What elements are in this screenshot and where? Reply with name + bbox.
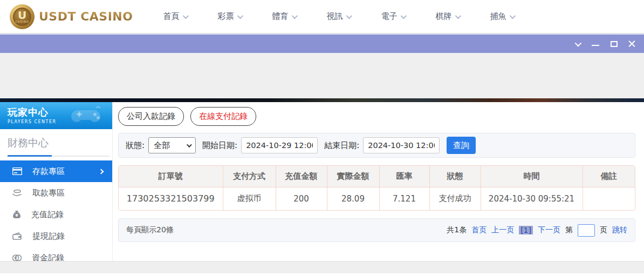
logo-mini-text: CASINO <box>15 20 29 23</box>
end-date-input[interactable] <box>363 137 440 153</box>
wallet-icon <box>12 232 22 240</box>
select-chevron-icon <box>187 142 192 147</box>
nav-item-label: 彩票 <box>217 11 234 22</box>
nav-item-board-games[interactable]: 棋牌 <box>435 11 460 22</box>
nav-item-fishing[interactable]: 捕魚 <box>490 11 514 22</box>
jump-suffix-text: 页 <box>600 225 607 235</box>
sidebar-item-withdrawal-records[interactable]: 提現記錄 <box>0 225 112 247</box>
nav-item-label: 體育 <box>272 11 288 22</box>
nav-item-sports[interactable]: 體育 <box>272 11 296 22</box>
svg-text:¥: ¥ <box>15 256 17 260</box>
sidebar: 玩家中心 PLAYERS CENTER 財務中心 <box>0 102 113 261</box>
tab-online-payment-records[interactable]: 在線支付記錄 <box>190 107 256 126</box>
pagination-current-page[interactable]: [1] <box>519 226 533 234</box>
records-table-wrap: 訂單號 支付方式 充值金額 實際金額 匯率 狀態 時間 備註 173025332 <box>118 165 635 211</box>
main-menu: 首頁 彩票 體育 視訊 電子 棋牌 <box>163 11 514 22</box>
search-button[interactable]: 查詢 <box>447 137 476 154</box>
pagination-jump-button[interactable]: 跳转 <box>612 225 627 235</box>
tab-company-deposit-records[interactable]: 公司入款記錄 <box>118 107 184 126</box>
nav-item-home[interactable]: 首頁 <box>163 11 187 22</box>
cell-exchange-rate: 7.121 <box>379 187 429 210</box>
svg-text:¥: ¥ <box>16 213 18 218</box>
total-count-text: 共1条 <box>447 225 467 235</box>
chevron-down-icon <box>574 39 581 46</box>
cell-actual-amount: 28.09 <box>327 187 379 210</box>
funds-icon: ¥ <box>12 254 22 261</box>
collapse-chevron-icon[interactable] <box>573 39 581 48</box>
cell-recharge-amount: 200 <box>276 187 327 210</box>
start-date-label: 開始日期: <box>202 140 237 151</box>
main-panel: 公司入款記錄 在線支付記錄 狀態: 全部 開始日期: 結束日期: 查詢 <box>113 102 644 261</box>
nav-item-label: 棋牌 <box>435 11 451 22</box>
section-underline <box>8 156 109 157</box>
col-header-order-number: 訂單號 <box>119 166 223 187</box>
page-jump-input[interactable] <box>578 224 595 237</box>
sidebar-header: 玩家中心 PLAYERS CENTER <box>0 102 112 129</box>
banner-bottom-strip <box>0 98 644 102</box>
close-icon[interactable] <box>628 39 636 48</box>
col-header-remark: 備註 <box>583 166 635 187</box>
col-header-exchange-rate: 匯率 <box>379 166 429 187</box>
chevron-right-icon <box>99 169 104 174</box>
banner-placeholder <box>0 53 644 98</box>
sidebar-item-withdraw-zone[interactable]: 取款專區 <box>0 182 112 204</box>
sidebar-section: 財務中心 <box>0 129 112 157</box>
chevron-down-icon <box>346 12 352 18</box>
cell-payment-method: 虚拟币 <box>223 187 276 210</box>
logo[interactable]: U CASINO USDT CASINO <box>10 4 133 29</box>
page-size-text: 每頁顯示20條 <box>126 225 174 235</box>
col-header-actual-amount: 實際金額 <box>327 166 379 187</box>
jump-prefix-text: 第 <box>565 225 573 235</box>
status-label: 狀態: <box>126 140 145 151</box>
page: U CASINO USDT CASINO 首頁 彩票 體育 視訊 <box>0 0 644 275</box>
nav-item-label: 視訊 <box>326 11 342 22</box>
minimize-icon[interactable] <box>591 39 600 48</box>
sidebar-item-deposit-zone[interactable]: 存款專區 <box>0 160 112 182</box>
maximize-icon[interactable] <box>609 39 618 48</box>
sidebar-item-label: 取款專區 <box>32 188 65 198</box>
cell-remark <box>583 187 635 210</box>
deposit-card-icon <box>12 167 22 175</box>
nav-item-label: 首頁 <box>163 11 179 22</box>
record-tabs: 公司入款記錄 在線支付記錄 <box>118 107 635 126</box>
window-controls <box>573 39 636 48</box>
pagination-bar: 每頁顯示20條 共1条 首页 上一页 [1] 下一页 第 页 跳转 <box>118 218 635 242</box>
records-table: 訂單號 支付方式 充值金額 實際金額 匯率 狀態 時間 備註 173025332 <box>119 166 635 210</box>
sidebar-item-funds-records[interactable]: ¥ 資金記錄 <box>0 247 112 261</box>
sidebar-item-label: 存款專區 <box>32 166 65 177</box>
sidebar-item-label: 資金記錄 <box>32 253 64 261</box>
pagination-next[interactable]: 下一页 <box>538 225 560 235</box>
col-header-payment-method: 支付方式 <box>223 166 276 187</box>
nav-item-live-video[interactable]: 視訊 <box>326 11 351 22</box>
filter-bar: 狀態: 全部 開始日期: 結束日期: 查詢 <box>118 133 635 158</box>
maximize-square <box>611 41 618 47</box>
logo-letter: U <box>18 10 26 20</box>
col-header-recharge-amount: 充值金額 <box>276 166 327 187</box>
table-row: 1730253321503799 虚拟币 200 28.09 7.121 支付成… <box>119 187 635 210</box>
pagination-prev[interactable]: 上一页 <box>491 225 514 235</box>
sidebar-section-title: 財務中心 <box>8 137 49 149</box>
col-header-status: 狀態 <box>429 166 481 187</box>
window-titlebar <box>0 35 644 53</box>
nav-item-slots[interactable]: 電子 <box>381 11 405 22</box>
chevron-down-icon <box>455 12 461 18</box>
sidebar-item-recharge-records[interactable]: ¥ 充值記錄 <box>0 204 112 225</box>
minimize-bar <box>592 45 599 46</box>
footer-strip <box>0 261 644 273</box>
logo-icon: U CASINO <box>10 4 35 29</box>
cell-order-number: 1730253321503799 <box>119 187 223 210</box>
sidebar-item-label: 充值記錄 <box>31 210 64 220</box>
logo-text: USDT CASINO <box>39 10 133 23</box>
start-date-input[interactable] <box>241 137 318 153</box>
nav-item-label: 捕魚 <box>490 11 506 22</box>
cell-status: 支付成功 <box>429 187 481 210</box>
nav-item-lottery[interactable]: 彩票 <box>217 11 242 22</box>
sidebar-item-label: 提現記錄 <box>32 231 65 242</box>
chevron-down-icon <box>292 12 298 18</box>
pagination-first[interactable]: 首页 <box>471 225 487 235</box>
cell-time: 2024-10-30 09:55:21 <box>481 187 583 210</box>
chevron-down-icon <box>183 12 189 18</box>
pagination-controls: 共1条 首页 上一页 [1] 下一页 第 页 跳转 <box>447 224 627 237</box>
chevron-down-icon <box>237 12 243 18</box>
status-select[interactable]: 全部 <box>148 137 196 153</box>
